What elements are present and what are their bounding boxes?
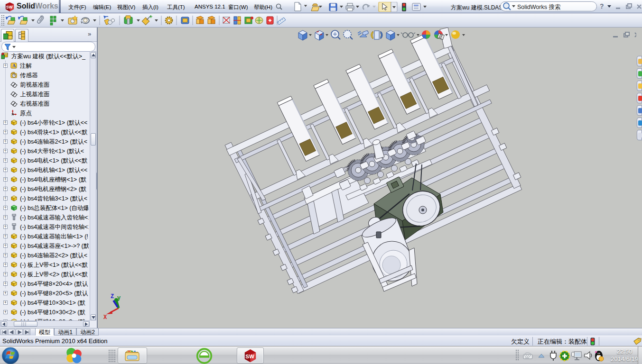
svg-text:Z: Z <box>111 293 114 300</box>
svg-text:SW: SW <box>245 353 254 359</box>
svg-text:X: X <box>103 314 107 319</box>
svg-text:SW: SW <box>6 5 13 9</box>
svg-text:A: A <box>12 63 16 68</box>
svg-text:y: y <box>117 295 121 301</box>
